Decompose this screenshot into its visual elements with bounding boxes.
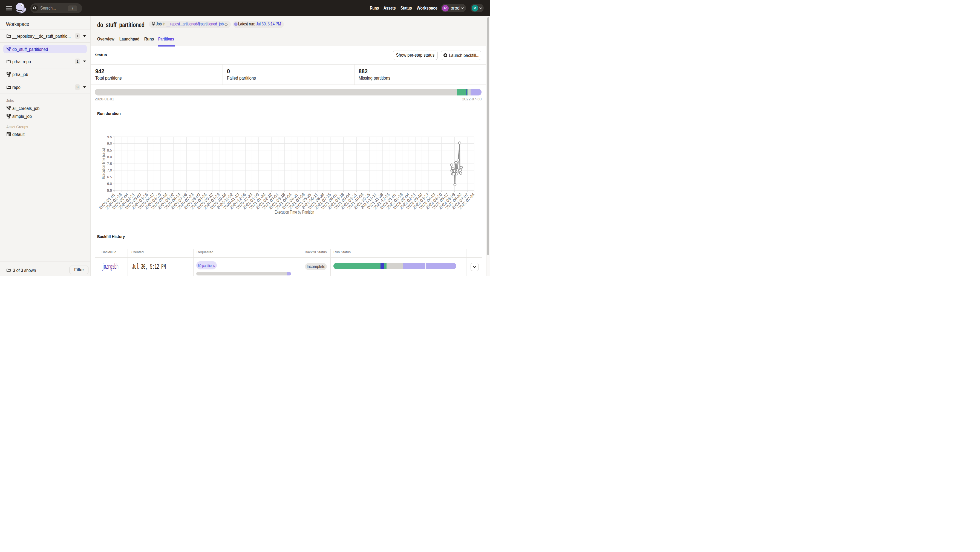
svg-text:9.5: 9.5: [107, 135, 112, 139]
svg-text:8.0: 8.0: [107, 155, 112, 159]
svg-text:5.5: 5.5: [107, 189, 112, 193]
svg-text:6.5: 6.5: [107, 175, 112, 179]
svg-text:7.0: 7.0: [107, 168, 112, 172]
svg-text:Execution Time by Partition: Execution Time by Partition: [275, 209, 314, 214]
svg-text:6.0: 6.0: [107, 182, 112, 186]
svg-text:9.0: 9.0: [107, 141, 112, 146]
svg-text:Execution time (secs): Execution time (secs): [101, 148, 106, 179]
svg-text:8.5: 8.5: [107, 148, 112, 152]
svg-text:7.5: 7.5: [107, 162, 112, 166]
